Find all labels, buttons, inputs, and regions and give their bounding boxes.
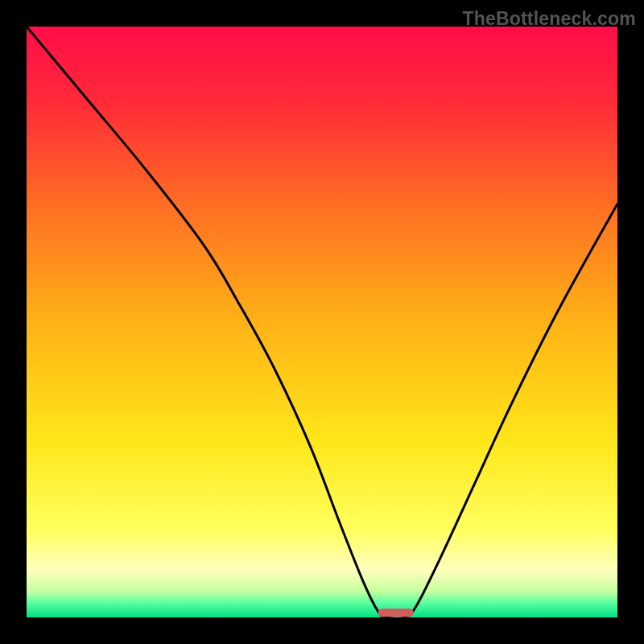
bottleneck-chart <box>27 27 617 617</box>
optimal-pill <box>378 609 414 617</box>
chart-markers <box>378 609 414 617</box>
chart-background <box>27 27 617 617</box>
chart-container: TheBottleneck.com <box>0 0 644 644</box>
